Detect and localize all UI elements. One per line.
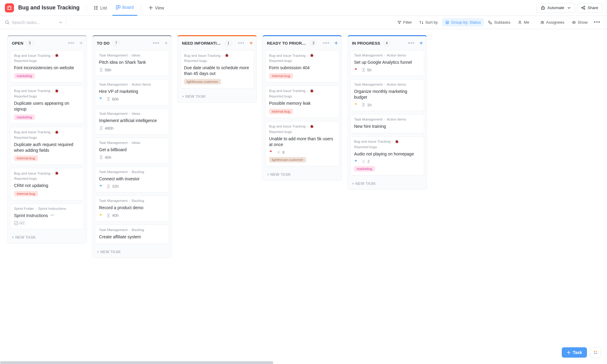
column-add-button[interactable]: +: [334, 40, 338, 46]
task-card[interactable]: Bug and Issue Tracking›🐞Reported bugs Un…: [265, 121, 339, 166]
sprint-points: 8: [276, 150, 285, 155]
card-tags: marketing: [14, 73, 80, 79]
task-card[interactable]: Sprint Folder›Sprint Instructions Sprint…: [10, 203, 84, 229]
new-task-button[interactable]: + NEW TASK: [93, 247, 172, 258]
task-card[interactable]: Task Management›Backlog Record a product…: [95, 196, 169, 222]
task-card[interactable]: Bug and Issue Tracking›🐞Reported bugs Du…: [180, 50, 254, 88]
plus-icon: [567, 350, 571, 355]
priority-flag-icon: [99, 213, 103, 218]
subtask-icon: [488, 20, 492, 25]
task-card[interactable]: Task Management›Ideas Pitch idea on Shar…: [95, 50, 169, 76]
card-breadcrumb: Task Management›Ideas: [99, 141, 165, 145]
task-card[interactable]: Bug and Issue Tracking›🐞Reported bugs CR…: [10, 168, 84, 200]
column-ready: READY TO PRIORI… 3 ••• + Bug and Issue T…: [262, 35, 342, 181]
card-meta: 80h: [99, 97, 165, 101]
toolbar-more-button[interactable]: •••: [592, 18, 602, 27]
hourglass-icon: [361, 103, 366, 107]
hourglass-icon: [106, 213, 111, 218]
task-card[interactable]: Task Management›Action Items Hire VP of …: [95, 79, 169, 105]
new-task-fab[interactable]: Task: [562, 347, 587, 358]
tag-internal-bug[interactable]: internal-bug: [269, 73, 293, 79]
task-card[interactable]: Bug and Issue Tracking›🐞Reported bugs Fo…: [265, 50, 339, 83]
tag-lighthouse-customer[interactable]: lighthouse-customer: [269, 157, 306, 162]
horizontal-scrollbar[interactable]: [0, 361, 273, 364]
priority-flag-icon: [354, 68, 358, 72]
column-add-button[interactable]: +: [249, 40, 253, 46]
search-input-wrap[interactable]: [5, 20, 63, 25]
svg-point-25: [594, 351, 595, 352]
task-card[interactable]: Task Management›Ideas Get a billboard 40…: [95, 138, 169, 164]
subtasks-button[interactable]: Subtasks: [485, 18, 513, 26]
column-cards: Bug and Issue Tracking›🐞Reported bugs Du…: [178, 50, 257, 91]
card-breadcrumb: Bug and Issue Tracking›🐞Reported bugs: [14, 171, 80, 180]
new-task-button[interactable]: + NEW TASK: [348, 179, 427, 189]
task-card[interactable]: Task Management›Backlog Connect with inv…: [95, 167, 169, 193]
show-button[interactable]: Show: [569, 18, 591, 26]
task-card[interactable]: Task Management›Action Items Set up Goog…: [350, 50, 424, 76]
card-breadcrumb: Task Management›Ideas: [99, 53, 165, 57]
chevron-down-icon[interactable]: [59, 20, 63, 25]
view-tab-list[interactable]: List: [90, 0, 111, 16]
time-estimate: 80h: [106, 97, 119, 101]
bug-icon: 🐞: [55, 89, 59, 93]
task-card[interactable]: Task Management›Backlog Create affiliate…: [95, 225, 169, 244]
share-button[interactable]: Share: [577, 3, 602, 13]
task-card[interactable]: Bug and Issue Tracking›🐞Reported bugs Du…: [10, 86, 84, 124]
view-tab-board[interactable]: Board: [112, 0, 137, 16]
card-breadcrumb: Bug and Issue Tracking›🐞Reported bugs: [184, 53, 250, 63]
apps-fab[interactable]: [590, 347, 601, 358]
tag-internal-bug[interactable]: internal-bug: [14, 155, 38, 161]
task-card[interactable]: Bug and Issue Tracking›🐞Reported bugs Au…: [350, 136, 424, 176]
search-input[interactable]: [12, 20, 54, 25]
tag-marketing[interactable]: marketing: [14, 73, 35, 79]
column-count: 5: [26, 40, 33, 46]
column-more-button[interactable]: •••: [408, 40, 414, 46]
card-breadcrumb: Bug and Issue Tracking›🐞Reported bugs: [354, 140, 420, 149]
card-tags: marketing: [14, 114, 80, 120]
task-card[interactable]: Task Management›Action Items New hire tr…: [350, 114, 424, 133]
column-more-button[interactable]: •••: [238, 40, 244, 46]
tag-marketing[interactable]: marketing: [354, 166, 375, 172]
sprint-icon: [361, 159, 366, 164]
automate-button[interactable]: Automate: [537, 3, 575, 13]
sort-by-button[interactable]: Sort by: [416, 18, 441, 26]
task-card[interactable]: Task Management›Action Items Organize mo…: [350, 79, 424, 111]
me-button[interactable]: Me: [515, 18, 532, 26]
tag-internal-bug[interactable]: internal-bug: [269, 109, 293, 114]
priority-flag-icon: [269, 150, 273, 154]
filter-button[interactable]: Filter: [394, 18, 415, 26]
task-card[interactable]: Task Management›Ideas Implement artifici…: [95, 108, 169, 134]
card-breadcrumb: Bug and Issue Tracking›🐞Reported bugs: [269, 89, 335, 98]
new-task-button[interactable]: + NEW TASK: [263, 169, 342, 180]
subtask-progress: 0/2: [14, 221, 80, 225]
time-estimate: 480h: [99, 126, 114, 131]
task-card[interactable]: Bug and Issue Tracking›🐞Reported bugs Po…: [265, 86, 339, 118]
column-add-button[interactable]: +: [164, 40, 168, 46]
list-icon: [94, 5, 98, 10]
tag-marketing[interactable]: marketing: [14, 114, 35, 120]
card-meta: 32h: [99, 184, 165, 189]
column-more-button[interactable]: •••: [153, 40, 159, 46]
column-more-button[interactable]: •••: [323, 40, 329, 46]
add-view-button[interactable]: View: [145, 0, 168, 16]
board-area: OPEN 5 ••• + Bug and Issue Tracking›🐞Rep…: [0, 29, 607, 364]
svg-point-26: [596, 351, 597, 352]
task-card[interactable]: Bug and Issue Tracking›🐞Reported bugs Fo…: [10, 50, 84, 83]
task-card[interactable]: Bug and Issue Tracking›🐞Reported bugs Du…: [10, 127, 84, 165]
card-title: Set up Google Analytics funnel: [354, 60, 420, 65]
column-add-button[interactable]: +: [79, 40, 83, 46]
new-task-button[interactable]: + NEW TASK: [8, 232, 87, 243]
assignees-button[interactable]: Assignees: [537, 18, 568, 26]
description-icon: [50, 214, 55, 217]
column-count: 3: [310, 40, 317, 46]
column-title: READY TO PRIORI…: [267, 41, 307, 46]
tag-lighthouse-customer[interactable]: lighthouse-customer: [184, 79, 221, 84]
column-header: OPEN 5 ••• +: [8, 36, 87, 50]
column-more-button[interactable]: •••: [68, 40, 74, 46]
bug-icon: 🐞: [55, 130, 59, 134]
new-task-button[interactable]: + NEW TASK: [178, 91, 257, 102]
card-breadcrumb: Task Management›Action Items: [354, 53, 420, 57]
group-by-button[interactable]: Group by: Status: [442, 18, 484, 26]
tag-internal-bug[interactable]: internal-bug: [14, 191, 38, 196]
column-add-button[interactable]: +: [419, 40, 423, 46]
